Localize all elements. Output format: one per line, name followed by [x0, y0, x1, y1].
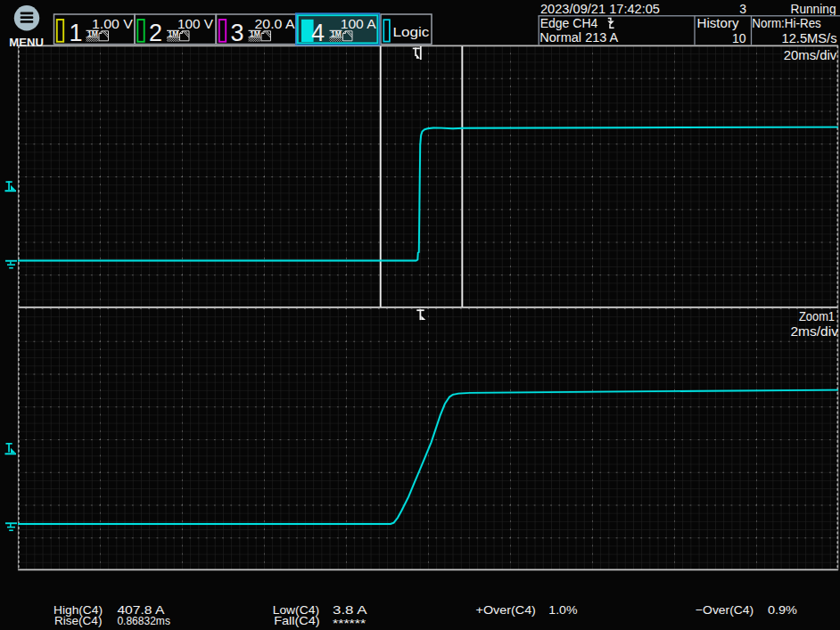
- svg-text:Fall(C4): Fall(C4): [274, 614, 320, 627]
- svg-text:100 V: 100 V: [177, 17, 214, 31]
- svg-text:2023/09/21 17:42:05: 2023/09/21 17:42:05: [540, 2, 660, 16]
- svg-text:20.0 A: 20.0 A: [255, 17, 296, 31]
- svg-text:Zoom1: Zoom1: [799, 309, 835, 323]
- svg-text:12.5MS/s: 12.5MS/s: [782, 31, 837, 45]
- svg-text:Logic: Logic: [392, 25, 429, 39]
- svg-text:Rise(C4): Rise(C4): [54, 614, 102, 627]
- svg-text:10: 10: [732, 31, 746, 45]
- svg-text:1.00 V: 1.00 V: [92, 17, 134, 31]
- svg-text:100 A: 100 A: [341, 17, 377, 31]
- svg-text:0.86832ms: 0.86832ms: [117, 614, 170, 627]
- svg-text:3: 3: [739, 2, 746, 16]
- svg-text:−Over(C4): −Over(C4): [696, 603, 754, 617]
- svg-text:Normal 213 A: Normal 213 A: [539, 30, 619, 45]
- svg-text:MENU: MENU: [9, 37, 44, 49]
- svg-text:History: History: [697, 16, 739, 30]
- svg-text:3: 3: [231, 20, 244, 46]
- svg-text:1.0%: 1.0%: [548, 603, 577, 617]
- svg-text:4: 4: [311, 20, 325, 46]
- svg-text:Running: Running: [791, 2, 836, 16]
- svg-text:+Over(C4): +Over(C4): [476, 603, 536, 617]
- svg-text:0.9%: 0.9%: [768, 603, 797, 617]
- svg-text:3.8 A: 3.8 A: [333, 603, 367, 617]
- svg-text:2: 2: [149, 20, 162, 46]
- svg-text:20ms/div: 20ms/div: [784, 48, 837, 62]
- svg-text:******: ******: [333, 617, 366, 630]
- svg-text:1: 1: [70, 20, 83, 46]
- svg-text:Norm:Hi-Res: Norm:Hi-Res: [752, 16, 821, 30]
- svg-text:2ms/div: 2ms/div: [790, 324, 838, 339]
- svg-text:Edge CH4: Edge CH4: [540, 16, 598, 30]
